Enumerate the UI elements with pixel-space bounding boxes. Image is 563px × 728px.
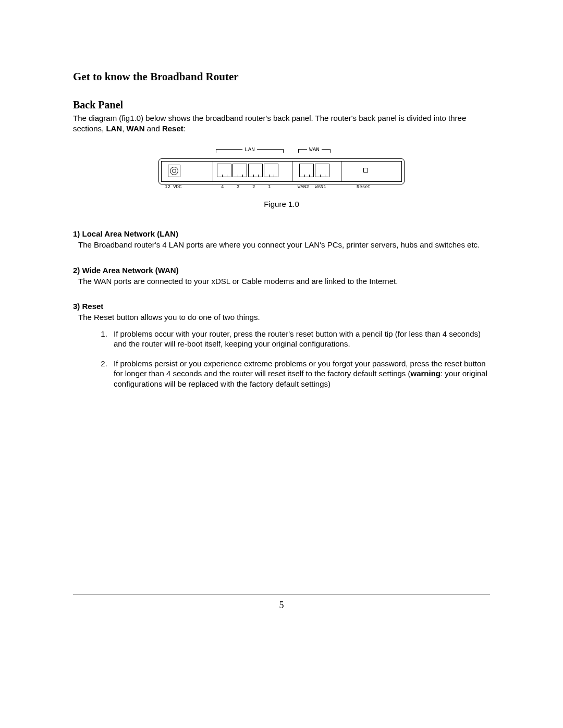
reset-steps-list: If problems occur with your router, pres… bbox=[94, 329, 490, 389]
page-number: 5 bbox=[0, 600, 563, 611]
lan-port-3-icon bbox=[232, 164, 247, 177]
wan-port-label: WAN2 bbox=[298, 184, 309, 190]
page: Get to know the Broadband Router Back Pa… bbox=[0, 0, 563, 728]
reset-step-1: If problems occur with your router, pres… bbox=[109, 329, 490, 349]
figure-caption: Figure 1.0 bbox=[73, 200, 490, 208]
power-label: 12 VDC bbox=[165, 184, 181, 190]
wan-bracket: WAN bbox=[298, 149, 331, 157]
intro-bold-lan: LAN bbox=[106, 124, 122, 133]
lan-body: The Broadband router's 4 LAN ports are w… bbox=[78, 240, 490, 250]
intro-paragraph: The diagram (fig1.0) below shows the bro… bbox=[73, 113, 490, 133]
lan-port-label: 2 bbox=[252, 184, 255, 190]
reset-hole-icon bbox=[363, 168, 368, 172]
lan-port-4-icon bbox=[217, 164, 231, 177]
lan-port-label: 3 bbox=[237, 184, 239, 190]
wan-heading: 2) Wide Area Network (WAN) bbox=[73, 266, 490, 275]
reset-step-2-warning: warning bbox=[410, 369, 440, 378]
lan-port-label: 1 bbox=[268, 184, 271, 190]
wan-port-2-icon bbox=[299, 164, 314, 177]
reset-label: Reset bbox=[357, 184, 371, 190]
wan-port-1-icon bbox=[315, 164, 329, 177]
section-subtitle: Back Panel bbox=[73, 99, 490, 111]
intro-text: and bbox=[145, 124, 162, 133]
intro-bold-wan: WAN bbox=[127, 124, 145, 133]
back-panel-diagram: LAN WAN bbox=[73, 149, 490, 191]
page-title: Get to know the Broadband Router bbox=[73, 70, 490, 83]
wan-bracket-label: WAN bbox=[307, 146, 322, 153]
lan-heading: 1) Local Area Network (LAN) bbox=[73, 229, 490, 238]
diagram-svg: LAN WAN bbox=[158, 149, 405, 190]
lan-bracket: LAN bbox=[216, 149, 284, 157]
divider bbox=[292, 162, 292, 181]
panel-inner bbox=[161, 161, 402, 182]
panel-outline bbox=[158, 158, 405, 184]
reset-heading: 3) Reset bbox=[73, 302, 490, 311]
intro-text: , bbox=[122, 124, 126, 133]
wan-port-label: WAN1 bbox=[315, 184, 326, 190]
divider bbox=[341, 162, 341, 181]
wan-port-group bbox=[299, 164, 331, 178]
lan-port-1-icon bbox=[264, 164, 278, 177]
intro-text: : bbox=[183, 124, 186, 133]
lan-port-label: 4 bbox=[221, 184, 224, 190]
wan-body: The WAN ports are connected to your xDSL… bbox=[78, 276, 490, 287]
lan-port-group bbox=[217, 164, 279, 178]
intro-bold-reset: Reset bbox=[162, 124, 183, 133]
footer-rule bbox=[73, 595, 490, 595]
divider bbox=[213, 162, 213, 181]
power-jack-icon bbox=[168, 165, 180, 177]
reset-body: The Reset button allows you to do one of… bbox=[78, 312, 490, 323]
lan-bracket-label: LAN bbox=[242, 146, 257, 153]
reset-step-2: If problems persist or you experience ex… bbox=[109, 359, 490, 389]
lan-port-2-icon bbox=[248, 164, 263, 177]
